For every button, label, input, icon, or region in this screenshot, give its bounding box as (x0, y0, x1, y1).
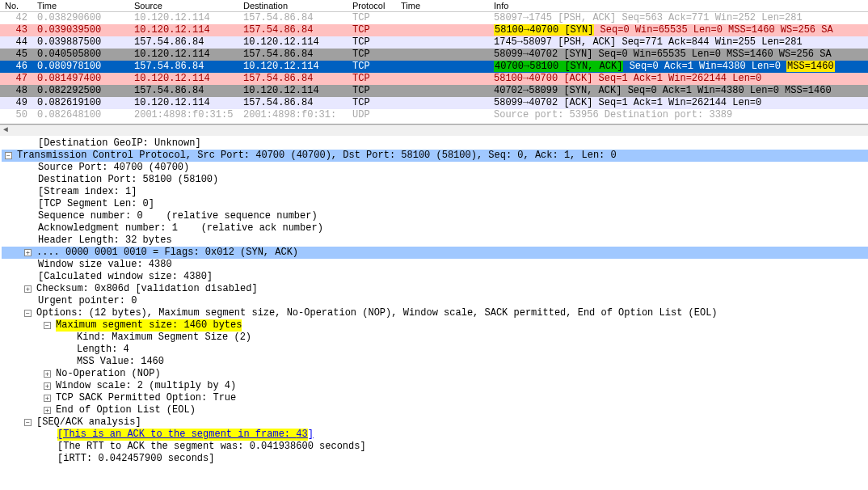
tree-segment-len[interactable]: [TCP Segment Len: 0] (2, 198, 868, 210)
cell: 0.039039500 (32, 24, 129, 36)
cell: 10.120.12.114 (129, 12, 238, 25)
cell: TCP (348, 24, 396, 36)
collapse-icon[interactable]: − (5, 152, 12, 159)
tree-header-length[interactable]: Header Length: 32 bytes (2, 234, 868, 247)
tree-dest-port[interactable]: Destination Port: 58100 (58100) (2, 174, 868, 186)
cell: 0.038290600 (32, 12, 129, 25)
tree-nop[interactable]: +No-Operation (NOP) (2, 368, 868, 380)
expand-icon[interactable]: + (44, 382, 51, 390)
tree-dest-geoip[interactable]: [Destination GeoIP: Unknown] (2, 137, 868, 150)
cell (396, 49, 489, 61)
cell: 0.080978100 (32, 61, 129, 73)
cell: UDP (348, 109, 396, 121)
cell: 10.120.12.114 (238, 36, 348, 49)
table-row[interactable]: 480.082292500157.54.86.8410.120.12.114TC… (0, 85, 868, 97)
tree-mss-length[interactable]: Length: 4 (2, 344, 868, 356)
col-header-info[interactable]: Info (489, 0, 868, 12)
cell: 45 (0, 49, 32, 61)
cell: 10.120.12.114 (238, 85, 348, 97)
tree-checksum[interactable]: +Checksum: 0x806d [validation disabled] (2, 283, 868, 295)
cell-info: 40702→58099 [SYN, ACK] Seq=0 Ack=1 Win=4… (489, 85, 868, 97)
tree-urgent-pointer[interactable]: Urgent pointer: 0 (2, 295, 868, 307)
packet-table-header[interactable]: No. Time Source Destination Protocol Tim… (0, 0, 868, 12)
table-row[interactable]: 450.04050580010.120.12.114157.54.86.84TC… (0, 49, 868, 61)
cell: 10.120.12.114 (129, 73, 238, 85)
tree-ack-number[interactable]: Acknowledgment number: 1 (relative ack n… (2, 222, 868, 234)
col-header-no[interactable]: No. (0, 0, 32, 12)
packet-table[interactable]: No. Time Source Destination Protocol Tim… (0, 0, 868, 121)
table-row[interactable]: 430.03903950010.120.12.114157.54.86.84TC… (0, 24, 868, 36)
cell: 50 (0, 109, 32, 121)
cell (396, 85, 489, 97)
tree-stream-index[interactable]: [Stream index: 1] (2, 186, 868, 198)
expand-icon[interactable]: + (44, 407, 51, 414)
cell: TCP (348, 85, 396, 97)
cell: 10.120.12.114 (129, 97, 238, 109)
cell: 0.081497400 (32, 73, 129, 85)
packet-details-pane[interactable]: [Destination GeoIP: Unknown] −Transmissi… (0, 136, 868, 490)
table-row[interactable]: 420.03829060010.120.12.114157.54.86.84TC… (0, 12, 868, 25)
col-header-time2[interactable]: Time (396, 0, 489, 12)
tree-sack-permitted[interactable]: +TCP SACK Permitted Option: True (2, 392, 868, 404)
tree-seq-ack-analysis[interactable]: −[SEQ/ACK analysis] (2, 416, 868, 429)
tree-window-size[interactable]: Window size value: 4380 (2, 259, 868, 271)
cell: 157.54.86.84 (129, 85, 238, 97)
collapse-icon[interactable]: − (24, 310, 32, 317)
table-row[interactable]: 500.0826481002001:4898:f0:31:52001:4898:… (0, 109, 868, 121)
tree-irtt[interactable]: [iRTT: 0.042457900 seconds] (2, 453, 868, 465)
cell: TCP (348, 12, 396, 25)
scroll-left-icon[interactable]: ◄ (3, 125, 8, 134)
expand-icon[interactable]: + (24, 249, 32, 256)
cell (396, 109, 489, 121)
table-row[interactable]: 470.08149740010.120.12.114157.54.86.84TC… (0, 73, 868, 85)
expand-icon[interactable]: + (44, 370, 51, 378)
horizontal-scrollbar[interactable]: ◄ (0, 125, 868, 136)
cell: 10.120.12.114 (238, 61, 348, 73)
cell: 10.120.12.114 (129, 49, 238, 61)
cell-info: 1745→58097 [PSH, ACK] Seq=771 Ack=844 Wi… (489, 36, 868, 49)
tree-eol[interactable]: +End of Option List (EOL) (2, 404, 868, 416)
collapse-icon[interactable]: − (24, 419, 32, 426)
col-header-destination[interactable]: Destination (238, 0, 348, 12)
tree-rtt[interactable]: [The RTT to ACK the segment was: 0.04193… (2, 441, 868, 453)
tree-mss[interactable]: −Maximum segment size: 1460 bytes (2, 319, 868, 332)
cell: 43 (0, 24, 32, 36)
col-header-protocol[interactable]: Protocol (348, 0, 396, 12)
cell-info: 58099→40702 [SYN] Seq=0 Win=65535 Len=0 … (489, 49, 868, 61)
cell: 157.54.86.84 (238, 97, 348, 109)
expand-icon[interactable]: + (24, 285, 32, 293)
table-row[interactable]: 490.08261910010.120.12.114157.54.86.84TC… (0, 97, 868, 109)
tree-flags[interactable]: +.... 0000 0001 0010 = Flags: 0x012 (SYN… (2, 247, 868, 259)
cell: 157.54.86.84 (238, 49, 348, 61)
collapse-icon[interactable]: − (44, 322, 51, 329)
cell: 157.54.86.84 (129, 36, 238, 49)
table-row[interactable]: 440.039887500157.54.86.8410.120.12.114TC… (0, 36, 868, 49)
cell-info: 58100→40700 [SYN] Seq=0 Win=65535 Len=0 … (489, 24, 868, 36)
cell: 42 (0, 12, 32, 25)
cell: 157.54.86.84 (238, 73, 348, 85)
expand-icon[interactable]: + (44, 395, 51, 402)
cell-info: 58099→40702 [ACK] Seq=1 Ack=1 Win=262144… (489, 97, 868, 109)
cell: 0.082292500 (32, 85, 129, 97)
tree-tcp-header[interactable]: −Transmission Control Protocol, Src Port… (2, 150, 868, 162)
cell: 48 (0, 85, 32, 97)
tree-options[interactable]: −Options: (12 bytes), Maximum segment si… (2, 307, 868, 319)
cell: TCP (348, 61, 396, 73)
tree-window-scale[interactable]: +Window scale: 2 (multiply by 4) (2, 380, 868, 392)
tree-mss-value[interactable]: MSS Value: 1460 (2, 356, 868, 368)
tree-mss-kind[interactable]: Kind: Maximum Segment Size (2) (2, 332, 868, 344)
col-header-source[interactable]: Source (129, 0, 238, 12)
cell: 44 (0, 36, 32, 49)
cell: 46 (0, 61, 32, 73)
cell: 0.039887500 (32, 36, 129, 49)
tree-seq-number[interactable]: Sequence number: 0 (relative sequence nu… (2, 210, 868, 222)
cell: 47 (0, 73, 32, 85)
tree-ack-to-segment[interactable]: [This is an ACK to the segment in frame:… (2, 429, 868, 441)
tree-source-port[interactable]: Source Port: 40700 (40700) (2, 162, 868, 174)
table-row[interactable]: 460.080978100157.54.86.8410.120.12.114TC… (0, 61, 868, 73)
cell: 157.54.86.84 (129, 61, 238, 73)
col-header-time[interactable]: Time (32, 0, 129, 12)
tree-calc-window[interactable]: [Calculated window size: 4380] (2, 271, 868, 283)
cell: 0.040505800 (32, 49, 129, 61)
cell: 10.120.12.114 (129, 24, 238, 36)
